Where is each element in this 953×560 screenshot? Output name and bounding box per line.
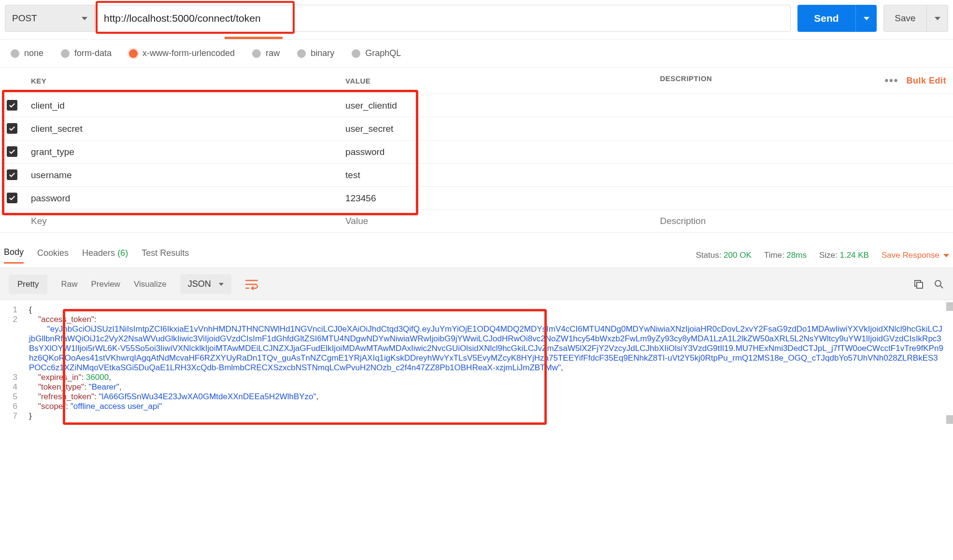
body-type-formdata[interactable]: form-data bbox=[61, 48, 112, 58]
view-visualize[interactable]: Visualize bbox=[134, 280, 167, 289]
tab-body[interactable]: Body bbox=[4, 247, 24, 264]
tab-cookies[interactable]: Cookies bbox=[37, 248, 69, 263]
body-type-none[interactable]: none bbox=[11, 48, 43, 58]
checkbox-icon[interactable] bbox=[7, 100, 17, 111]
url-text: http://localhost:5000/connect/token bbox=[104, 13, 261, 24]
table-row[interactable]: usernametest bbox=[0, 164, 953, 187]
save-dropdown[interactable] bbox=[927, 5, 948, 32]
params-table: KEY VALUE DESCRIPTION ••• Bulk Edit clie… bbox=[0, 68, 953, 233]
tab-headers[interactable]: Headers (6) bbox=[82, 248, 128, 263]
http-method-label: POST bbox=[12, 13, 37, 24]
save-button[interactable]: Save bbox=[883, 5, 927, 32]
status-label: Status: 200 OK bbox=[696, 251, 751, 260]
col-key: KEY bbox=[24, 68, 339, 94]
table-row-new[interactable] bbox=[0, 210, 953, 233]
svg-rect-1 bbox=[917, 282, 923, 288]
chevron-down-icon bbox=[82, 17, 87, 20]
response-body[interactable]: 1{ 2 "access_token": "eyJhbGciOiJSUzI1Ni… bbox=[0, 300, 953, 426]
radio-icon bbox=[129, 49, 138, 58]
body-type-urlencoded[interactable]: x-www-form-urlencoded bbox=[129, 48, 235, 58]
radio-icon bbox=[11, 49, 19, 58]
col-value: VALUE bbox=[339, 68, 653, 94]
chevron-down-icon bbox=[219, 283, 224, 286]
size-label: Size: 1.24 KB bbox=[819, 251, 869, 260]
checkbox-icon[interactable] bbox=[7, 169, 17, 180]
wrap-lines-icon[interactable] bbox=[245, 279, 259, 290]
radio-icon bbox=[61, 49, 70, 58]
radio-icon bbox=[352, 49, 360, 58]
search-icon[interactable] bbox=[934, 279, 944, 290]
tab-tests[interactable]: Test Results bbox=[142, 248, 189, 263]
chevron-down-icon bbox=[935, 17, 940, 20]
desc-input[interactable] bbox=[660, 216, 946, 226]
url-input[interactable]: http://localhost:5000/connect/token bbox=[95, 5, 791, 32]
copy-icon[interactable] bbox=[913, 279, 924, 290]
body-type-graphql[interactable]: GraphQL bbox=[352, 48, 401, 58]
scrollbar[interactable] bbox=[946, 302, 953, 311]
table-row[interactable]: password123456 bbox=[0, 187, 953, 210]
format-select[interactable]: JSON bbox=[180, 274, 231, 294]
checkbox-icon[interactable] bbox=[7, 193, 17, 203]
value-input[interactable] bbox=[345, 216, 646, 226]
chevron-down-icon bbox=[943, 254, 949, 257]
save-response-dropdown[interactable]: Save Response bbox=[882, 251, 949, 260]
table-row[interactable]: client_secretuser_secret bbox=[0, 117, 953, 140]
more-icon[interactable]: ••• bbox=[884, 74, 898, 87]
chevron-down-icon bbox=[864, 17, 869, 20]
table-row[interactable]: grant_typepassword bbox=[0, 140, 953, 164]
radio-icon bbox=[297, 49, 306, 58]
view-preview[interactable]: Preview bbox=[91, 280, 120, 289]
col-desc: DESCRIPTION ••• Bulk Edit bbox=[653, 68, 953, 94]
view-pretty[interactable]: Pretty bbox=[9, 275, 47, 294]
scrollbar[interactable] bbox=[946, 415, 953, 424]
send-button[interactable]: Send bbox=[797, 5, 855, 32]
body-type-raw[interactable]: raw bbox=[252, 48, 280, 58]
key-input[interactable] bbox=[31, 216, 332, 226]
send-dropdown[interactable] bbox=[855, 5, 877, 32]
body-type-binary[interactable]: binary bbox=[297, 48, 334, 58]
http-method-select[interactable]: POST bbox=[5, 5, 95, 32]
bulk-edit-link[interactable]: Bulk Edit bbox=[906, 76, 946, 86]
checkbox-icon[interactable] bbox=[7, 123, 17, 134]
svg-point-2 bbox=[935, 280, 941, 286]
checkbox-icon[interactable] bbox=[7, 146, 17, 157]
time-label: Time: 28ms bbox=[764, 251, 807, 260]
radio-icon bbox=[252, 49, 261, 58]
table-row[interactable]: client_iduser_clientid bbox=[0, 94, 953, 117]
view-raw[interactable]: Raw bbox=[61, 280, 77, 289]
